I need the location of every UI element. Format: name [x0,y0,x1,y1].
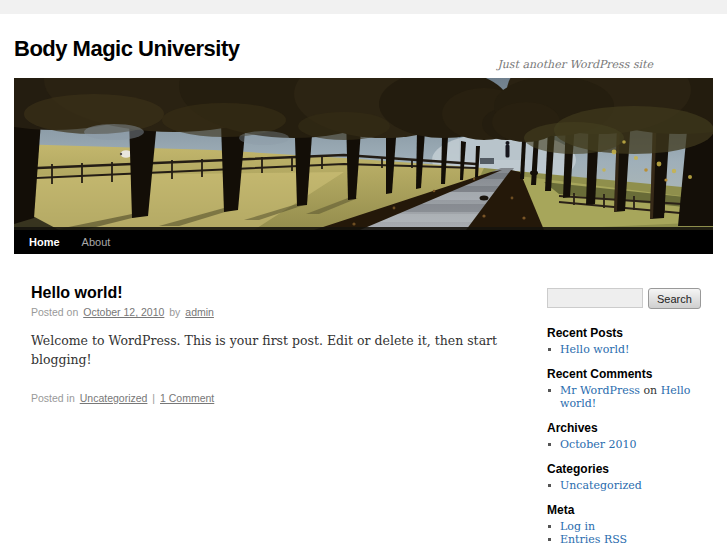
widget-categories: Categories Uncategorized [547,463,713,492]
site-header: Body Magic University Just another WordP… [14,14,713,78]
list-item: Log in [547,520,713,533]
login-link[interactable]: Log in [560,520,595,533]
posted-on-label: Posted on [31,306,78,318]
widget-recent-comments: Recent Comments Mr WordPress on Hello wo… [547,368,713,410]
category-link[interactable]: Uncategorized [80,392,148,404]
list-item: October 2010 [547,438,713,451]
widget-title: Recent Comments [547,368,713,381]
nav-item-about[interactable]: About [82,236,111,248]
post-body: Welcome to WordPress. This is your first… [31,332,517,370]
main-navigation: Home About [14,230,713,254]
list-item: Uncategorized [547,479,713,492]
search-form: Search [547,288,713,309]
search-button[interactable]: Search [648,288,701,309]
comment-connector: on [643,384,657,397]
header-image [14,78,713,230]
post-title: Hello world! [31,284,517,302]
comment-author-link[interactable]: Mr WordPress [560,384,640,397]
category-sidebar-link[interactable]: Uncategorized [560,479,642,492]
post-title-link[interactable]: Hello world! [31,284,123,301]
list-item: Mr WordPress on Hello world! [547,384,713,410]
widget-title: Archives [547,422,713,435]
site-tagline: Just another WordPress site [497,58,653,71]
archive-link[interactable]: October 2010 [560,438,637,451]
site-title-link[interactable]: Body Magic University [14,36,239,61]
page-wrapper: Body Magic University Just another WordP… [0,14,727,545]
meta-separator: | [152,392,155,404]
site-title: Body Magic University [14,14,713,62]
comments-link[interactable]: 1 Comment [160,392,214,404]
list-item: Entries RSS [547,533,713,545]
content-column: Hello world! Posted on October 12, 2010 … [31,284,547,545]
sidebar: Search Recent Posts Hello world! Recent … [547,284,713,545]
widget-archives: Archives October 2010 [547,422,713,451]
nav-item-home[interactable]: Home [29,236,60,248]
widget-meta: Meta Log in Entries RSS Comments RSS Wor… [547,504,713,545]
recent-post-link[interactable]: Hello world! [560,343,630,356]
post-meta: Posted on October 12, 2010 by admin [31,306,517,318]
widget-title: Meta [547,504,713,517]
list-item: Hello world! [547,343,713,356]
post-date-link[interactable]: October 12, 2010 [83,306,164,318]
entries-rss-link[interactable]: Entries RSS [560,533,627,545]
rss-abbr: RSS [604,533,627,545]
posted-in-label: Posted in [31,392,75,404]
widget-recent-posts: Recent Posts Hello world! [547,327,713,356]
widget-title: Categories [547,463,713,476]
post-author-link[interactable]: admin [185,306,214,318]
post-footer-meta: Posted in Uncategorized | 1 Comment [31,392,517,404]
widget-title: Recent Posts [547,327,713,340]
by-label: by [169,306,180,318]
search-input[interactable] [547,288,643,308]
